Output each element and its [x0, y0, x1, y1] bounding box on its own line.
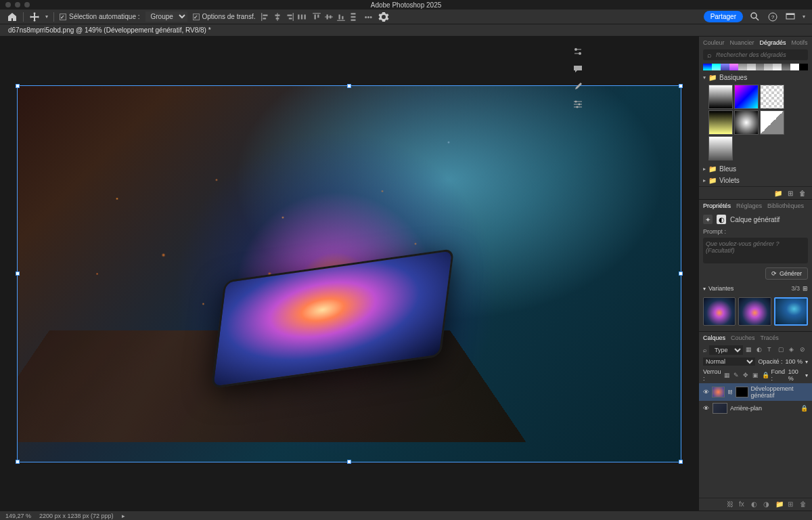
gradient-search-input[interactable]	[716, 51, 804, 58]
tab-reglages[interactable]: Réglages	[736, 202, 762, 209]
tab-couches[interactable]: Couches	[731, 334, 755, 341]
more-options-icon[interactable]: •••	[363, 12, 373, 22]
align-vcenter-icon[interactable]	[324, 12, 334, 22]
layer-mask-thumb[interactable]	[736, 387, 748, 397]
variant-thumb[interactable]	[738, 297, 771, 326]
fill-value[interactable]: 100 %	[788, 368, 803, 382]
tab-couleur[interactable]: Couleur	[703, 39, 725, 46]
doc-dimensions[interactable]: 2200 px x 1238 px (72 ppp)	[39, 513, 114, 519]
gradient-swatch[interactable]	[708, 85, 733, 109]
visibility-icon[interactable]: 👁	[703, 389, 709, 395]
grid-view-icon[interactable]: ⊞	[803, 285, 808, 292]
settings-icon[interactable]	[572, 99, 583, 110]
variant-thumb-selected[interactable]	[774, 297, 808, 326]
maximize-window-icon[interactable]	[24, 2, 30, 7]
prompt-input[interactable]	[706, 240, 805, 261]
layer-thumb[interactable]	[713, 403, 727, 414]
adjustment-icon[interactable]: ◑	[763, 500, 771, 508]
comments-icon[interactable]	[572, 64, 583, 74]
filter-adjust-icon[interactable]: ◐	[757, 346, 765, 354]
gradient-swatch[interactable]	[734, 110, 759, 135]
tab-calques[interactable]: Calques	[703, 334, 725, 341]
blend-mode-select[interactable]: Normal	[703, 358, 755, 366]
layer-row[interactable]: 👁 Arrière-plan 🔒	[699, 401, 812, 416]
gradient-swatch[interactable]	[708, 136, 733, 160]
share-button[interactable]: Partager	[704, 11, 743, 22]
group-icon[interactable]: 📁	[775, 500, 784, 508]
distribute-v-icon[interactable]	[348, 12, 358, 22]
fx-icon[interactable]: fx	[739, 500, 747, 508]
lock-icon[interactable]: 🔒	[800, 405, 808, 412]
lock-position-icon[interactable]: ✥	[743, 372, 750, 378]
layer-row[interactable]: 👁 ⛓ Développement génératif	[699, 383, 812, 401]
variant-thumb[interactable]	[703, 297, 736, 326]
canvas-area[interactable]	[0, 37, 698, 511]
layer-filter-type[interactable]: Type	[709, 345, 743, 355]
move-tool-icon[interactable]	[29, 12, 40, 22]
gradient-swatch[interactable]	[760, 110, 784, 135]
home-button[interactable]	[7, 12, 18, 22]
filter-pixel-icon[interactable]: ▦	[746, 346, 754, 354]
zoom-level[interactable]: 149,27 %	[5, 513, 31, 519]
checkbox-icon[interactable]	[193, 14, 200, 20]
help-icon[interactable]: ?	[767, 12, 778, 22]
link-icon[interactable]: ⛓	[727, 389, 733, 395]
tab-proprietes[interactable]: Propriétés	[703, 202, 731, 209]
gear-icon[interactable]	[378, 12, 389, 22]
brush-icon[interactable]	[572, 81, 583, 92]
new-layer-icon[interactable]: ⊞	[788, 500, 796, 508]
layer-name[interactable]: Arrière-plan	[730, 405, 762, 412]
filter-toggle-icon[interactable]: ⊘	[800, 346, 808, 354]
lock-paint-icon[interactable]: ✎	[734, 372, 740, 378]
new-item-icon[interactable]: ⊞	[786, 189, 794, 197]
distribute-h-icon[interactable]	[297, 12, 307, 22]
trash-icon[interactable]: 🗑	[800, 500, 808, 508]
chevron-down-icon[interactable]: ▾	[805, 372, 808, 378]
tab-motifs[interactable]: Motifs	[792, 39, 808, 46]
gradient-swatch[interactable]	[760, 85, 784, 109]
tab-degrades[interactable]: Dégradés	[760, 39, 786, 46]
gradient-swatch[interactable]	[734, 85, 759, 109]
opacity-value[interactable]: 100 %	[785, 358, 803, 365]
chevron-down-icon[interactable]: ▾	[805, 359, 808, 365]
gradient-search[interactable]: ⌕	[703, 49, 808, 60]
tab-bibliotheques[interactable]: Bibliothèques	[767, 202, 804, 209]
workspace-icon[interactable]	[785, 12, 796, 22]
chevron-down-icon[interactable]: ▾	[45, 14, 48, 20]
layer-name[interactable]: Développement génératif	[751, 385, 808, 399]
link-layers-icon[interactable]: ⛓	[727, 500, 735, 508]
new-folder-icon[interactable]: 📁	[774, 189, 782, 197]
auto-select-checkbox[interactable]: Sélection automatique :	[60, 13, 140, 20]
canvas-selection[interactable]	[18, 86, 681, 462]
lock-transparency-icon[interactable]: ▦	[724, 372, 731, 378]
gradient-preset-strip[interactable]	[703, 64, 808, 70]
chevron-right-icon[interactable]: ▸	[122, 513, 125, 519]
document-tab[interactable]: d67ns8mprri5obd.png @ 149% (Développemen…	[8, 26, 211, 34]
tab-traces[interactable]: Tracés	[761, 334, 779, 341]
variants-header[interactable]: ▾ Variantes 3/3 ⊞	[699, 282, 812, 295]
search-icon[interactable]	[750, 12, 761, 22]
checkbox-icon[interactable]	[60, 14, 66, 20]
align-left-icon[interactable]	[261, 12, 270, 22]
folder-violets[interactable]: ▸ 📁 Violets	[699, 175, 812, 186]
window-controls[interactable]	[5, 2, 30, 7]
tab-nuancier[interactable]: Nuancier	[730, 39, 754, 46]
filter-smart-icon[interactable]: ◈	[789, 346, 797, 354]
folder-basiques[interactable]: ▾ 📁 Basiques	[699, 72, 812, 83]
align-bottom-icon[interactable]	[336, 12, 346, 22]
close-window-icon[interactable]	[5, 2, 11, 7]
auto-select-mode[interactable]: Groupe	[145, 12, 187, 22]
mask-icon[interactable]: ◐	[751, 500, 759, 508]
gradient-swatch[interactable]	[708, 110, 733, 135]
transform-checkbox[interactable]: Options de transf.	[193, 13, 256, 20]
align-top-icon[interactable]	[312, 12, 321, 22]
visibility-icon[interactable]: 👁	[703, 405, 710, 412]
minimize-window-icon[interactable]	[15, 2, 20, 7]
filter-shape-icon[interactable]: ▢	[778, 346, 786, 354]
prompt-box[interactable]	[703, 238, 808, 263]
align-right-icon[interactable]	[285, 12, 294, 22]
lock-all-icon[interactable]: 🔒	[762, 372, 769, 378]
filter-text-icon[interactable]: T	[767, 346, 775, 354]
trash-icon[interactable]: 🗑	[798, 189, 807, 197]
generate-button[interactable]: ⟳ Générer	[765, 267, 808, 280]
